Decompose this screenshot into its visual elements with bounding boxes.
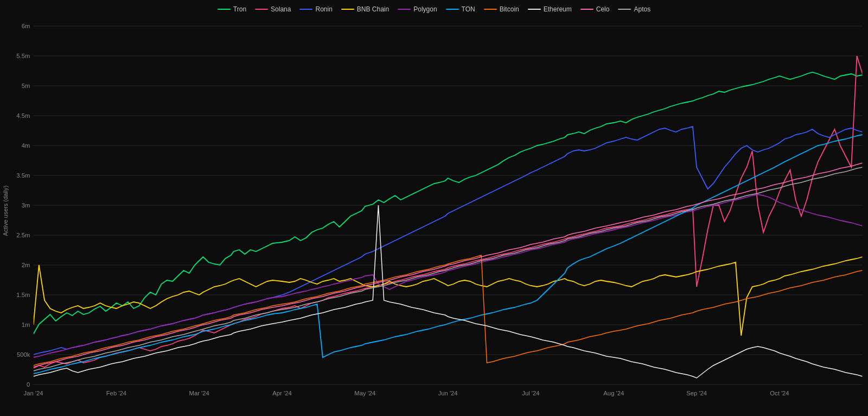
legend-label-text: Bitcoin <box>500 5 519 13</box>
svg-text:0: 0 <box>27 381 30 388</box>
svg-text:6m: 6m <box>22 23 30 29</box>
legend-color-bnb-chain <box>341 9 354 10</box>
svg-text:1.5m: 1.5m <box>16 292 30 298</box>
main-chart-svg: 6m 5.5m 5m 4.5m 4m 3.5m 3m 2.5m 2m 1.5m … <box>0 15 868 404</box>
svg-text:Mar '24: Mar '24 <box>189 390 209 396</box>
legend-label-text: Celo <box>596 5 610 13</box>
chart-legend: TronSolanaRoninBNB ChainPolygonTONBitcoi… <box>0 0 868 15</box>
svg-text:Jan '24: Jan '24 <box>24 390 43 396</box>
legend-color-bitcoin <box>484 9 497 10</box>
legend-item-ton[interactable]: TON <box>446 5 475 13</box>
legend-color-tron <box>218 9 231 10</box>
legend-color-celo <box>580 9 593 10</box>
svg-text:2m: 2m <box>22 262 30 268</box>
legend-item-aptos[interactable]: Aptos <box>618 5 650 13</box>
svg-text:4m: 4m <box>22 142 30 149</box>
legend-label-text: Solana <box>271 5 291 13</box>
svg-text:3m: 3m <box>22 202 30 209</box>
legend-color-aptos <box>618 9 631 10</box>
legend-color-solana <box>255 9 268 10</box>
svg-text:Sep '24: Sep '24 <box>686 390 707 396</box>
svg-rect-0 <box>34 21 863 385</box>
legend-item-ronin[interactable]: Ronin <box>299 5 332 13</box>
legend-label-text: Polygon <box>413 5 437 13</box>
chart-container: TronSolanaRoninBNB ChainPolygonTONBitcoi… <box>0 0 868 416</box>
legend-label-text: Ronin <box>315 5 332 13</box>
svg-text:1m: 1m <box>22 322 30 328</box>
svg-text:Apr '24: Apr '24 <box>272 390 291 396</box>
legend-item-bnb-chain[interactable]: BNB Chain <box>341 5 389 13</box>
legend-label-text: Tron <box>233 5 246 13</box>
legend-item-polygon[interactable]: Polygon <box>398 5 437 13</box>
svg-text:Jun '24: Jun '24 <box>438 390 458 396</box>
legend-item-celo[interactable]: Celo <box>580 5 610 13</box>
svg-text:5.5m: 5.5m <box>16 53 30 59</box>
svg-text:Active users (daily): Active users (daily) <box>2 185 9 236</box>
svg-text:Oct '24: Oct '24 <box>770 390 789 396</box>
svg-text:Jul '24: Jul '24 <box>522 390 539 396</box>
legend-item-bitcoin[interactable]: Bitcoin <box>484 5 519 13</box>
chart-area: 6m 5.5m 5m 4.5m 4m 3.5m 3m 2.5m 2m 1.5m … <box>0 15 868 404</box>
legend-color-ton <box>446 9 459 10</box>
svg-text:May '24: May '24 <box>354 390 375 396</box>
svg-text:Feb '24: Feb '24 <box>106 390 126 396</box>
svg-text:500k: 500k <box>17 351 30 358</box>
svg-text:4.5m: 4.5m <box>16 112 30 119</box>
svg-text:2.5m: 2.5m <box>16 232 30 238</box>
legend-color-ethereum <box>528 9 541 10</box>
legend-color-polygon <box>398 9 411 10</box>
legend-label-text: TON <box>462 5 475 13</box>
svg-text:5m: 5m <box>22 83 30 89</box>
legend-item-ethereum[interactable]: Ethereum <box>528 5 572 13</box>
legend-item-solana[interactable]: Solana <box>255 5 291 13</box>
legend-label-text: Aptos <box>634 5 650 13</box>
legend-label-text: Ethereum <box>544 5 572 13</box>
legend-color-ronin <box>299 9 312 10</box>
svg-text:3.5m: 3.5m <box>16 172 30 179</box>
legend-label-text: BNB Chain <box>357 5 389 13</box>
legend-item-tron[interactable]: Tron <box>218 5 246 13</box>
svg-text:Aug '24: Aug '24 <box>603 390 624 396</box>
